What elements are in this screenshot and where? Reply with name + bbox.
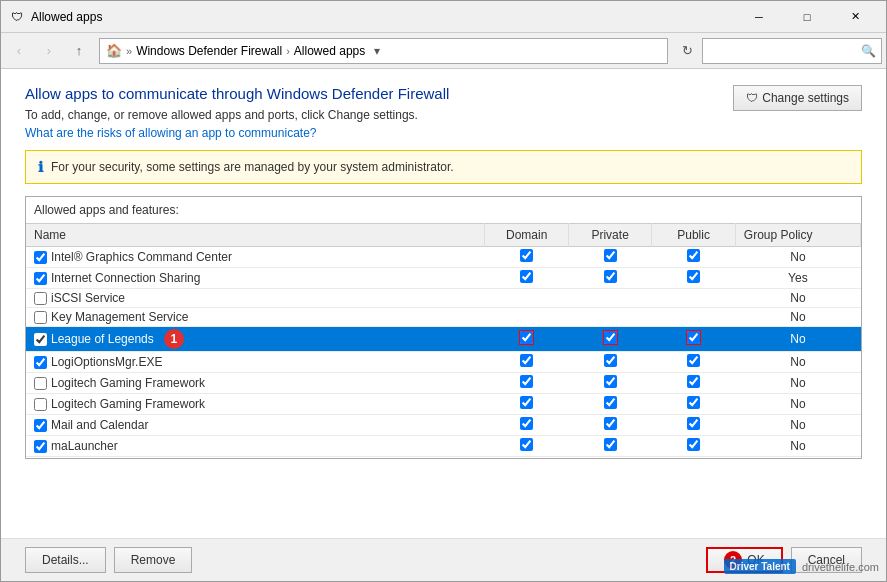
table-row[interactable]: Key Management ServiceNo	[26, 308, 861, 327]
public-checkbox[interactable]	[687, 438, 700, 451]
table-header-row: Name Domain Private Public Group Policy	[26, 224, 861, 247]
col-header-grouppolicy: Group Policy	[735, 224, 860, 247]
domain-checkbox[interactable]	[520, 375, 533, 388]
private-checkbox[interactable]	[604, 375, 617, 388]
cell-public	[652, 394, 735, 415]
col-header-domain: Domain	[485, 224, 568, 247]
forward-button[interactable]: ›	[35, 37, 63, 65]
domain-checkbox[interactable]	[520, 396, 533, 409]
cell-policy: Yes	[735, 268, 860, 289]
app-checkbox[interactable]	[34, 398, 47, 411]
cell-public	[652, 327, 735, 352]
table-row[interactable]: maLauncherNo	[26, 436, 861, 457]
table-row[interactable]: Internet Connection SharingYes	[26, 268, 861, 289]
up-button[interactable]: ↑	[65, 37, 93, 65]
cell-domain	[485, 289, 568, 308]
domain-checkbox[interactable]	[520, 249, 533, 262]
cell-private	[568, 268, 651, 289]
domain-checkbox[interactable]	[520, 438, 533, 451]
table-scroll-area[interactable]: Name Domain Private Public Group Policy …	[26, 223, 861, 458]
app-name: Intel® Graphics Command Center	[51, 250, 232, 264]
domain-checkbox[interactable]	[520, 270, 533, 283]
private-checkbox[interactable]	[604, 438, 617, 451]
table-row[interactable]: Logitech Gaming FrameworkNo	[26, 373, 861, 394]
app-checkbox[interactable]	[34, 377, 47, 390]
app-checkbox[interactable]	[34, 356, 47, 369]
table-label: Allowed apps and features:	[26, 197, 861, 223]
private-checkbox[interactable]	[604, 270, 617, 283]
app-checkbox[interactable]	[34, 440, 47, 453]
cell-public	[652, 415, 735, 436]
cell-private	[568, 373, 651, 394]
private-checkbox[interactable]	[604, 331, 617, 344]
cell-public	[652, 247, 735, 268]
search-input[interactable]	[702, 38, 882, 64]
private-checkbox[interactable]	[604, 396, 617, 409]
table-row[interactable]: maUpdatNo	[26, 457, 861, 459]
apps-table-body: Intel® Graphics Command CenterNoInternet…	[26, 247, 861, 459]
cell-public	[652, 289, 735, 308]
table-row[interactable]: League of Legends1No	[26, 327, 861, 352]
app-name: maLauncher	[51, 439, 118, 453]
change-settings-button[interactable]: 🛡 Change settings	[733, 85, 862, 111]
remove-button[interactable]: Remove	[114, 547, 193, 573]
cell-domain	[485, 415, 568, 436]
back-button[interactable]: ‹	[5, 37, 33, 65]
cell-public	[652, 436, 735, 457]
app-name: Key Management Service	[51, 310, 188, 324]
home-icon: 🏠	[106, 43, 122, 58]
table-row[interactable]: iSCSI ServiceNo	[26, 289, 861, 308]
cell-domain	[485, 352, 568, 373]
maximize-button[interactable]: □	[784, 3, 830, 31]
risks-link[interactable]: What are the risks of allowing an app to…	[25, 126, 316, 140]
cell-private	[568, 247, 651, 268]
app-checkbox[interactable]	[34, 292, 47, 305]
info-banner: ℹ For your security, some settings are m…	[25, 150, 862, 184]
close-button[interactable]: ✕	[832, 3, 878, 31]
details-button[interactable]: Details...	[25, 547, 106, 573]
nav-bar: ‹ › ↑ 🏠 » Windows Defender Firewall › Al…	[1, 33, 886, 69]
col-header-private: Private	[568, 224, 651, 247]
private-checkbox[interactable]	[604, 417, 617, 430]
app-checkbox[interactable]	[34, 419, 47, 432]
table-row[interactable]: LogiOptionsMgr.EXENo	[26, 352, 861, 373]
content-area: Allow apps to communicate through Window…	[1, 69, 886, 538]
private-checkbox[interactable]	[604, 249, 617, 262]
cell-policy: No	[735, 352, 860, 373]
app-checkbox[interactable]	[34, 333, 47, 346]
info-message: For your security, some settings are man…	[51, 160, 454, 174]
public-checkbox[interactable]	[687, 249, 700, 262]
cell-name: maUpdat	[26, 457, 485, 459]
domain-checkbox[interactable]	[520, 354, 533, 367]
cell-private	[568, 457, 651, 459]
col-header-name: Name	[26, 224, 485, 247]
private-checkbox[interactable]	[604, 354, 617, 367]
app-checkbox[interactable]	[34, 311, 47, 324]
public-checkbox[interactable]	[687, 417, 700, 430]
domain-checkbox[interactable]	[520, 331, 533, 344]
refresh-button[interactable]: ↻	[674, 38, 700, 64]
cell-name: Mail and Calendar	[26, 415, 485, 436]
address-dropdown[interactable]: ▾	[369, 39, 385, 63]
app-checkbox[interactable]	[34, 251, 47, 264]
table-row[interactable]: Intel® Graphics Command CenterNo	[26, 247, 861, 268]
table-container: Allowed apps and features: Name Domain P…	[25, 196, 862, 459]
public-checkbox[interactable]	[687, 354, 700, 367]
cell-policy: No	[735, 373, 860, 394]
minimize-button[interactable]: ─	[736, 3, 782, 31]
public-checkbox[interactable]	[687, 375, 700, 388]
badge-1: 1	[164, 329, 184, 349]
public-checkbox[interactable]	[687, 331, 700, 344]
public-checkbox[interactable]	[687, 270, 700, 283]
app-checkbox[interactable]	[34, 272, 47, 285]
domain-checkbox[interactable]	[520, 417, 533, 430]
cell-name: League of Legends1	[26, 327, 485, 352]
cell-policy: No	[735, 247, 860, 268]
breadcrumb-firewall: Windows Defender Firewall	[136, 44, 282, 58]
table-row[interactable]: Logitech Gaming FrameworkNo	[26, 394, 861, 415]
app-name: Mail and Calendar	[51, 418, 148, 432]
table-row[interactable]: Mail and CalendarNo	[26, 415, 861, 436]
cell-private	[568, 289, 651, 308]
app-name: Logitech Gaming Framework	[51, 376, 205, 390]
public-checkbox[interactable]	[687, 396, 700, 409]
